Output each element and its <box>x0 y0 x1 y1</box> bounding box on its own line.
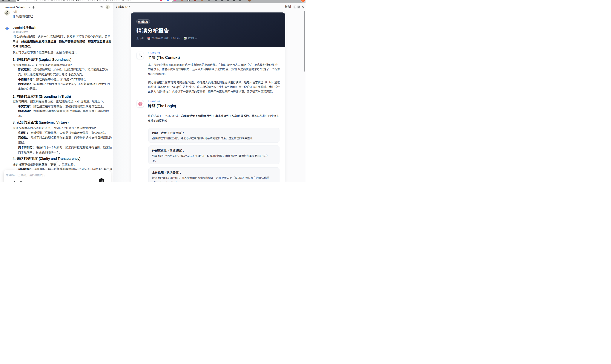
svg-text:17: 17 <box>148 38 150 39</box>
